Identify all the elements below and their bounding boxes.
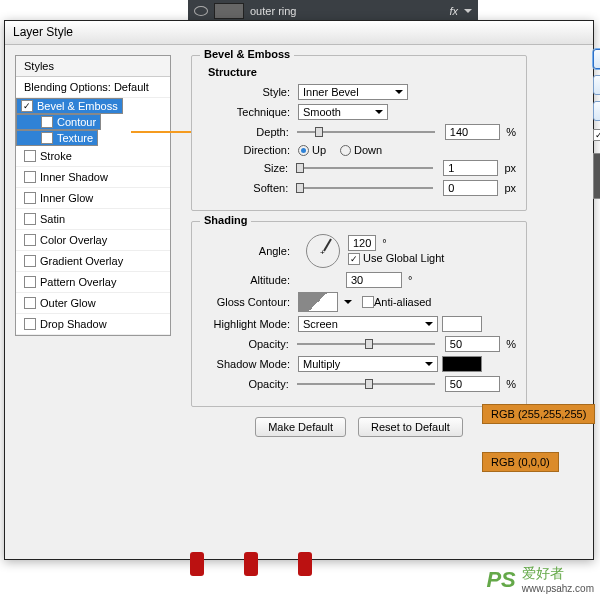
watermark-text: 爱好者 (522, 565, 594, 583)
reset-default-button[interactable]: Reset to Default (358, 417, 463, 437)
sidebar-item-label: Stroke (40, 150, 72, 162)
altitude-input[interactable]: 30 (346, 272, 402, 288)
global-light-checkbox[interactable] (348, 253, 360, 265)
checkbox-icon[interactable] (24, 150, 36, 162)
new-style-button[interactable]: New Style... (593, 101, 600, 121)
technique-select[interactable]: Smooth (298, 104, 388, 120)
soften-label: Soften: (202, 182, 296, 194)
technique-label: Technique: (202, 106, 298, 118)
global-light-label: Use Global Light (363, 252, 444, 264)
sidebar-item-contour[interactable]: Contour (16, 114, 101, 130)
panel-title: Bevel & Emboss (200, 48, 294, 60)
shadow-mode-select[interactable]: Multiply (298, 356, 438, 372)
checkbox-icon[interactable] (24, 276, 36, 288)
soften-slider[interactable] (296, 182, 433, 194)
structure-title: Structure (208, 66, 516, 78)
unit-label: ° (382, 237, 386, 249)
checkbox-icon[interactable] (24, 318, 36, 330)
direction-down-radio[interactable] (340, 145, 351, 156)
sidebar-item-satin[interactable]: Satin (16, 209, 170, 230)
chevron-down-icon (395, 90, 403, 98)
layer-name[interactable]: outer ring (250, 5, 449, 17)
shadow-color-swatch[interactable] (442, 356, 482, 372)
sidebar-item-gradient-overlay[interactable]: Gradient Overlay (16, 251, 170, 272)
checkbox-icon[interactable] (24, 192, 36, 204)
down-label: Down (354, 144, 382, 156)
checkbox-icon[interactable] (21, 100, 33, 112)
antialiased-label: Anti-aliased (374, 296, 431, 308)
sidebar-item-color-overlay[interactable]: Color Overlay (16, 230, 170, 251)
gloss-contour-picker[interactable] (298, 292, 338, 312)
checkbox-icon[interactable] (41, 132, 53, 144)
sidebar-item-stroke[interactable]: Stroke (16, 146, 170, 167)
unit-label: ° (408, 274, 412, 286)
ok-button[interactable]: OK (593, 49, 600, 69)
highlight-opacity-input[interactable]: 50 (445, 336, 500, 352)
checkbox-icon[interactable] (24, 255, 36, 267)
annotation-highlight-rgb: RGB (255,255,255) (482, 404, 595, 424)
altitude-label: Altitude: (202, 274, 298, 286)
angle-input[interactable]: 120 (348, 235, 376, 251)
shadow-opacity-slider[interactable] (297, 378, 435, 390)
visibility-eye-icon[interactable] (194, 6, 208, 16)
fx-badge[interactable]: fx (449, 5, 458, 17)
sidebar-item-label: Texture (57, 132, 93, 144)
sidebar-item-label: Satin (40, 213, 65, 225)
checkbox-icon[interactable] (24, 213, 36, 225)
antialiased-checkbox[interactable] (362, 296, 374, 308)
sidebar-item-label: Contour (57, 116, 96, 128)
shadow-mode-value: Multiply (303, 358, 340, 370)
unit-label: % (506, 378, 516, 390)
sidebar-item-inner-glow[interactable]: Inner Glow (16, 188, 170, 209)
direction-label: Direction: (202, 144, 298, 156)
angle-dial[interactable]: + (306, 234, 340, 268)
shadow-opacity-input[interactable]: 50 (445, 376, 500, 392)
checkbox-icon[interactable] (24, 297, 36, 309)
sidebar-item-bevel[interactable]: Bevel & Emboss (16, 98, 123, 114)
size-input[interactable]: 1 (443, 160, 498, 176)
angle-label: Angle: (202, 245, 298, 257)
shadow-mode-label: Shadow Mode: (202, 358, 298, 370)
checkbox-icon[interactable] (24, 234, 36, 246)
style-select[interactable]: Inner Bevel (298, 84, 408, 100)
chevron-down-icon[interactable] (464, 9, 472, 17)
sidebar-item-drop-shadow[interactable]: Drop Shadow (16, 314, 170, 335)
soften-input[interactable]: 0 (443, 180, 498, 196)
chevron-down-icon (375, 110, 383, 118)
unit-label: % (506, 338, 516, 350)
annotation-shadow-rgb: RGB (0,0,0) (482, 452, 559, 472)
bevel-emboss-panel: Bevel & Emboss Structure Style:Inner Bev… (191, 55, 527, 211)
technique-value: Smooth (303, 106, 341, 118)
depth-input[interactable]: 140 (445, 124, 500, 140)
watermark-logo: PS (486, 567, 515, 593)
highlight-mode-select[interactable]: Screen (298, 316, 438, 332)
checkbox-icon[interactable] (24, 171, 36, 183)
sidebar-blending[interactable]: Blending Options: Default (16, 77, 170, 98)
cancel-button[interactable]: Cancel (593, 75, 600, 95)
sidebar-item-label: Color Overlay (40, 234, 107, 246)
sidebar-item-inner-shadow[interactable]: Inner Shadow (16, 167, 170, 188)
preview-swatch (593, 153, 600, 199)
highlight-opacity-slider[interactable] (297, 338, 435, 350)
make-default-button[interactable]: Make Default (255, 417, 346, 437)
chevron-down-icon[interactable] (344, 300, 352, 308)
sidebar-item-label: Pattern Overlay (40, 276, 116, 288)
sidebar-header[interactable]: Styles (16, 56, 170, 77)
shadow-opacity-label: Opacity: (202, 378, 297, 390)
layer-thumbnail[interactable] (214, 3, 244, 19)
dialog-title: Layer Style (5, 21, 593, 45)
sidebar-item-outer-glow[interactable]: Outer Glow (16, 293, 170, 314)
dialog-buttons: OK Cancel New Style... Preview (593, 49, 600, 199)
sidebar-item-texture[interactable]: Texture (16, 130, 98, 146)
direction-up-radio[interactable] (298, 145, 309, 156)
chevron-down-icon (425, 362, 433, 370)
shading-title: Shading (200, 214, 251, 226)
depth-slider[interactable] (297, 126, 435, 138)
size-slider[interactable] (296, 162, 433, 174)
preview-checkbox[interactable] (593, 129, 600, 141)
unit-label: % (506, 126, 516, 138)
checkbox-icon[interactable] (41, 116, 53, 128)
sidebar-item-pattern-overlay[interactable]: Pattern Overlay (16, 272, 170, 293)
up-label: Up (312, 144, 326, 156)
highlight-color-swatch[interactable] (442, 316, 482, 332)
